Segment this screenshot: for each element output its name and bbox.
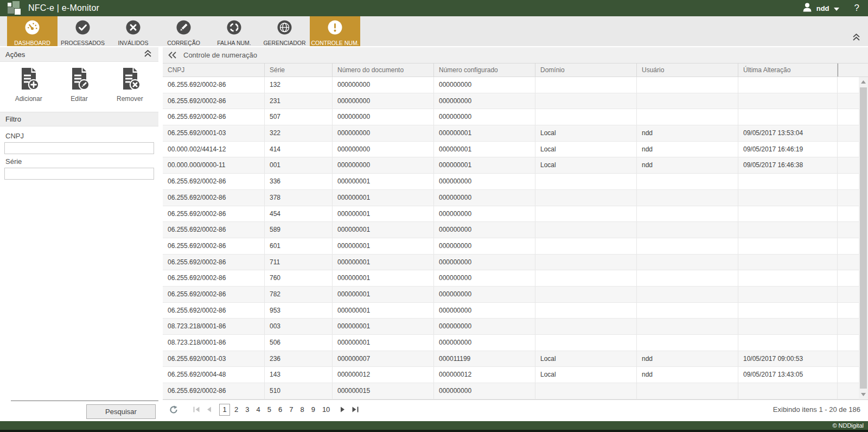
- column-header-numero-do-documento[interactable]: Número do documento: [333, 63, 434, 77]
- table-row[interactable]: 06.255.692/0002-86601000000001000000000: [163, 238, 868, 255]
- pager-first-button[interactable]: [193, 406, 200, 412]
- table-body: 06.255.692/0002-861320000000000000000000…: [163, 77, 868, 399]
- tab-falha-num[interactable]: FALHA NUM.: [209, 16, 259, 46]
- cell-numero-do-documento: 000000000: [333, 77, 434, 93]
- tab-correcao[interactable]: CORREÇÃO: [158, 16, 209, 46]
- table-row[interactable]: 06.255.692/0002-86760000000001000000000: [163, 270, 868, 287]
- column-header-dominio[interactable]: Domínio: [535, 63, 637, 77]
- page-button-10[interactable]: 10: [320, 405, 333, 414]
- pager-last-button[interactable]: [352, 406, 359, 412]
- x-circle-icon: [126, 20, 141, 37]
- help-button[interactable]: ?: [854, 3, 859, 14]
- table-row[interactable]: 06.255.692/0002-86132000000000000000000: [163, 77, 868, 93]
- tab-invalidos[interactable]: INVÁLIDOS: [108, 16, 158, 46]
- cell-numero-configurado: 000000000: [434, 190, 535, 206]
- table-row[interactable]: 06.255.692/0002-86454000000001000000000: [163, 206, 868, 223]
- action-adicionar-button[interactable]: Adicionar: [3, 67, 54, 103]
- table-row[interactable]: 06.255.692/0001-03322000000000000000001L…: [163, 125, 868, 142]
- cell-cnpj: 06.255.692/0002-86: [163, 206, 265, 222]
- cell-usuario: [637, 319, 738, 334]
- collapse-actions-chevron[interactable]: [144, 50, 152, 59]
- page-button-6[interactable]: 6: [276, 405, 285, 414]
- table-row[interactable]: 00.000.002/4414-12414000000000000000001L…: [163, 142, 868, 158]
- cell-serie: 510: [265, 383, 333, 399]
- table-row[interactable]: 06.255.692/0002-86336000000001000000000: [163, 174, 868, 190]
- tab-gerenciador[interactable]: GERENCIADOR: [259, 16, 310, 46]
- cell-ultima-alteracao: [738, 206, 838, 222]
- search-button[interactable]: Pesquisar: [86, 404, 156, 419]
- cell-ultima-alteracao: 09/05/2017 13:53:04: [738, 125, 838, 141]
- refresh-button[interactable]: [169, 405, 178, 414]
- table-row[interactable]: 06.255.692/0004-48143000000012000000012L…: [163, 367, 868, 383]
- table-row[interactable]: 06.255.692/0002-86953000000001000000000: [163, 303, 868, 319]
- table-row[interactable]: 00.000.000/0000-11001000000000000000001L…: [163, 157, 868, 174]
- cell-ultima-alteracao: [738, 303, 838, 319]
- table-row[interactable]: 08.723.218/0001-86506000000001000000000: [163, 335, 868, 351]
- page-button-7[interactable]: 7: [286, 405, 296, 414]
- cell-ultima-alteracao: [738, 270, 838, 286]
- action-editar-button[interactable]: Editar: [54, 67, 104, 103]
- tab-processados[interactable]: PROCESSADOS: [58, 16, 108, 46]
- cell-dominio: Local: [535, 157, 637, 173]
- table-row[interactable]: 08.723.218/0001-86003000000001000000000: [163, 319, 868, 335]
- column-header-ultima-alteracao[interactable]: Última Alteração: [738, 63, 838, 77]
- scrollbar-thumb[interactable]: [860, 87, 867, 389]
- cnpj-input[interactable]: [4, 142, 154, 154]
- table-row[interactable]: 06.255.692/0002-86231000000000000000000: [163, 93, 868, 110]
- cell-numero-do-documento: 000000000: [333, 142, 434, 157]
- table-row[interactable]: 06.255.692/0002-86378000000001000000000: [163, 190, 868, 206]
- page-button-8[interactable]: 8: [297, 405, 307, 414]
- user-menu[interactable]: ndd: [802, 3, 839, 14]
- scroll-up-arrow-icon[interactable]: [859, 77, 868, 87]
- cell-cnpj: 06.255.692/0002-86: [163, 93, 265, 109]
- page-button-5[interactable]: 5: [265, 405, 274, 414]
- page-button-9[interactable]: 9: [309, 405, 318, 414]
- collapse-sidebar-button[interactable]: [168, 52, 177, 59]
- tab-controle-num[interactable]: CONTROLE NUM.: [310, 16, 360, 46]
- scroll-down-arrow-icon[interactable]: [859, 390, 868, 399]
- cell-cnpj: 06.255.692/0002-86: [163, 238, 265, 254]
- app-logo-icon: [8, 1, 22, 15]
- cell-cnpj: 06.255.692/0002-86: [163, 190, 265, 206]
- cell-dominio: [535, 190, 637, 206]
- table-row[interactable]: 06.255.692/0001-03236000000007000011199L…: [163, 351, 868, 367]
- cell-cnpj: 06.255.692/0002-86: [163, 287, 265, 302]
- cell-usuario: [637, 303, 738, 319]
- collapse-toolbar-chevron[interactable]: [852, 33, 860, 43]
- column-header-filler: [838, 63, 868, 77]
- pager-prev-button[interactable]: [207, 406, 212, 412]
- cell-usuario: ndd: [637, 125, 738, 141]
- file-remove-icon: [119, 67, 141, 92]
- cell-numero-configurado: 000000000: [434, 206, 535, 222]
- column-header-serie[interactable]: Série: [265, 63, 333, 77]
- gauge-icon: [25, 20, 40, 37]
- column-header-usuario[interactable]: Usuário: [637, 63, 738, 77]
- cell-serie: 143: [265, 367, 333, 383]
- page-button-1[interactable]: 1: [219, 404, 230, 416]
- pager-next-button[interactable]: [340, 406, 345, 412]
- cell-numero-configurado: 000000000: [434, 287, 535, 302]
- cell-numero-do-documento: 000000000: [333, 125, 434, 141]
- table-row[interactable]: 06.255.692/0002-86589000000001000000000: [163, 222, 868, 238]
- cell-dominio: [535, 270, 637, 286]
- cell-numero-configurado: 000011199: [434, 351, 535, 367]
- tab-label: GERENCIADOR: [263, 40, 305, 46]
- page-button-2[interactable]: 2: [232, 405, 241, 414]
- cell-dominio: [535, 287, 637, 302]
- cell-ultima-alteracao: [738, 190, 838, 206]
- tab-dashboard[interactable]: DASHBOARD: [7, 16, 58, 46]
- column-header-cnpj[interactable]: CNPJ: [163, 63, 265, 77]
- column-header-numero-configurado[interactable]: Número configurado: [434, 63, 535, 77]
- page-button-4[interactable]: 4: [253, 405, 263, 414]
- cell-serie: 953: [265, 303, 333, 319]
- action-remover-button[interactable]: Remover: [105, 67, 155, 103]
- table-row[interactable]: 06.255.692/0002-86711000000001000000000: [163, 255, 868, 271]
- serie-input[interactable]: [4, 168, 154, 180]
- cell-ultima-alteracao: 09/05/2017 16:46:38: [738, 157, 838, 173]
- app-window: NFC-e | e-Monitor ndd ? DASHBOARD PROCES…: [0, 0, 868, 432]
- cell-cnpj: 06.255.692/0001-03: [163, 125, 265, 141]
- table-row[interactable]: 06.255.692/0002-86510000000015000000000: [163, 383, 868, 399]
- table-row[interactable]: 06.255.692/0002-86507000000000000000000: [163, 109, 868, 125]
- page-button-3[interactable]: 3: [242, 405, 252, 414]
- table-row[interactable]: 06.255.692/0002-86782000000001000000000: [163, 287, 868, 303]
